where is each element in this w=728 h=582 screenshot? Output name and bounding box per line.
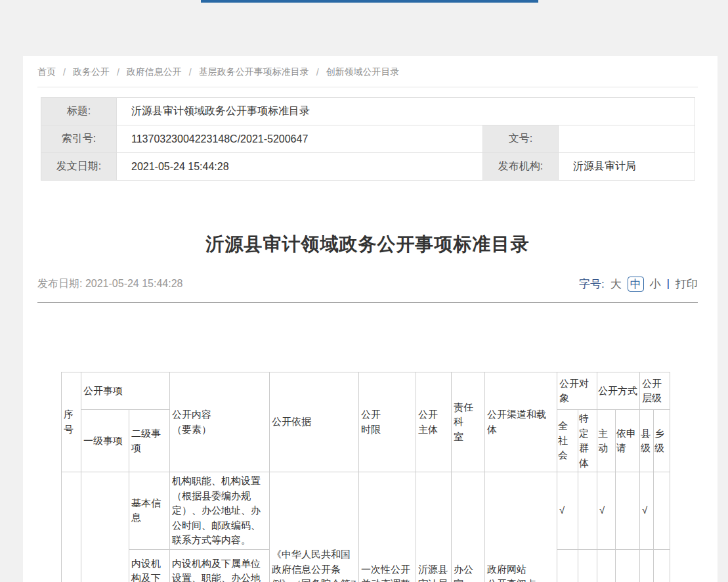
header-gongkai-yiju: 公开依据 [270,372,359,472]
cell-yiji-shixiang [81,472,129,582]
meta-title-value: 沂源县审计领域政务公开事项标准目录 [117,98,695,125]
breadcrumb-divider [37,87,698,87]
header-gongkai-shixian: 公开 时限 [359,372,416,472]
header-gongkai-zhuti: 公开 主体 [416,372,452,472]
checkmark-xian-ji: √ [640,472,654,550]
breadcrumb-zhengwu-gongkai[interactable]: 政务公开 [73,66,110,78]
checkmark-zhudong: √ [597,472,616,550]
breadcrumb: 首页 / 政务公开 / 政府信息公开 / 基层政务公开事项标准目录 / 创新领域… [37,66,698,78]
checkmark-teding-qunti [578,472,597,550]
toolbar-separator: | [667,278,670,290]
meta-date-value: 2021-05-24 15:44:28 [117,153,483,181]
font-size-small-button[interactable]: 小 [650,277,661,292]
meta-docnum-label: 文号: [483,125,559,153]
meta-agency-value: 沂源县审计局 [559,153,695,181]
header-gongkai-qudao: 公开渠道和载体 [485,372,557,472]
header-zeren-keshi: 责任科 室 [452,372,485,472]
catalog-table: 序号 公开事项 公开内容 （要素） 公开依据 公开 时限 公开 主体 责任科 室… [61,372,670,582]
checkmark-quan-shehui: √ [557,549,578,582]
checkmark-yi-shenqing [616,549,640,582]
content-card: 首页 / 政务公开 / 政府信息公开 / 基层政务公开事项标准目录 / 创新领域… [23,56,717,582]
breadcrumb-separator: / [316,67,319,78]
breadcrumb-separator: / [63,67,66,78]
cell-gongkai-qudao: 政府网站 公开查阅点 [485,472,557,582]
breadcrumb-chuangxin-lingyu[interactable]: 创新领域公开目录 [326,66,400,78]
print-button[interactable]: 打印 [675,277,698,292]
meta-row-title: 标题: 沂源县审计领域政务公开事项标准目录 [41,98,695,125]
checkmark-xian-ji: √ [640,549,654,582]
publish-date: 发布日期: 2021-05-24 15:44:28 [37,277,182,291]
header-gongkai-duixiang: 公开对象 [557,372,597,410]
header-gongkai-shixiang: 公开事项 [81,372,170,410]
meta-docnum-value [559,125,695,153]
meta-row-date: 发文日期: 2021-05-24 15:44:28 发布机构: 沂源县审计局 [41,153,695,181]
meta-index-label: 索引号: [41,125,117,153]
cell-erji-shixiang: 基本信息 [129,472,170,550]
header-yiji-shixiang: 一级事项 [81,410,129,472]
document-meta-table: 标题: 沂源县审计领域政务公开事项标准目录 索引号: 1137032300422… [41,97,695,181]
breadcrumb-home[interactable]: 首页 [37,66,56,78]
meta-index-value: 11370323004223148C/2021-5200647 [117,125,483,153]
publish-date-value: 2021-05-24 15:44:28 [85,278,183,289]
cell-gongkai-neirong: 机构职能、机构设置（根据县委编办规定）、办公地址、办公时间、邮政编码、联系方式等… [170,472,270,550]
cell-gongkai-zhuti: 沂源县审计局 [416,472,452,582]
font-size-label: 字号: [579,277,605,292]
font-size-tools: 字号: 大 中 小 | 打印 [579,277,698,292]
breadcrumb-separator: / [117,67,119,78]
checkmark-yi-shenqing [616,472,640,550]
header-xian-ji: 县级 [640,410,654,472]
publish-date-label: 发布日期: [37,278,82,289]
cell-erji-shixiang: 内设机构及下属事业单位 [129,549,170,582]
checkmark-zhudong: √ [597,549,616,582]
font-size-large-button[interactable]: 大 [610,277,622,292]
cell-zeren-keshi: 办公室 [452,472,485,582]
top-nav-bar-fragment [201,0,538,3]
meta-row-index: 索引号: 11370323004223148C/2021-5200647 文号: [41,125,695,153]
checkmark-xiang-ji [654,472,670,550]
header-xiang-ji: 乡级 [654,410,670,472]
header-zhudong: 主动 [597,410,616,472]
catalog-header-row-1: 序号 公开事项 公开内容 （要素） 公开依据 公开 时限 公开 主体 责任科 室… [62,372,670,410]
header-gongkai-fangshi: 公开方式 [597,372,640,410]
header-quan-shehui: 全社会 [557,410,578,472]
meta-agency-label: 发布机构: [483,153,559,181]
breadcrumb-separator: / [189,67,192,78]
cell-gongkai-shixian: 一次性公开并动态调整 [359,472,416,582]
meta-title-label: 标题: [41,98,117,125]
checkmark-teding-qunti [578,549,597,582]
font-size-medium-button[interactable]: 中 [628,277,644,292]
cell-xuhao [62,472,81,582]
page-title: 沂源县审计领域政务公开事项标准目录 [37,232,698,257]
header-yi-shenqing: 依申请 [616,410,640,472]
checkmark-quan-shehui: √ [557,472,578,550]
cell-gongkai-neirong: 内设机构及下属单位设置、职能、办公地址、办公时间、联系方式、负责人姓名等内容。 [170,549,270,582]
toolbar-divider [37,302,698,303]
breadcrumb-jiceng-mulu[interactable]: 基层政务公开事项标准目录 [199,66,309,78]
meta-date-label: 发文日期: [41,153,117,181]
cell-gongkai-yiju: 《中华人民共和国政府信息公开条例》（国务院令第711号） [270,472,359,582]
header-teding-qunti: 特定群体 [578,410,597,472]
breadcrumb-zhengfu-xinxi-gongkai[interactable]: 政府信息公开 [127,66,182,78]
header-xuhao: 序号 [62,372,81,472]
checkmark-xiang-ji [654,549,670,582]
header-gongkai-neirong: 公开内容 （要素） [170,372,270,472]
header-erji-shixiang: 二级事项 [129,410,170,472]
publish-toolbar: 发布日期: 2021-05-24 15:44:28 字号: 大 中 小 | 打印 [37,277,698,291]
table-row: 基本信息 机构职能、机构设置（根据县委编办规定）、办公地址、办公时间、邮政编码、… [62,472,670,550]
header-gongkai-cengji: 公开层级 [640,372,670,410]
